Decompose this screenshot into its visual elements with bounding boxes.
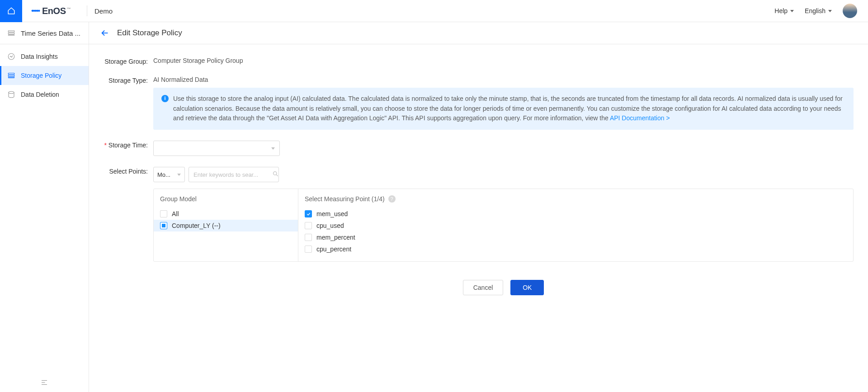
chevron-down-icon [177, 174, 181, 176]
value-storage-time [153, 141, 854, 156]
ok-button[interactable]: OK [510, 280, 544, 295]
search-icon [272, 170, 279, 179]
group-model-all[interactable]: All [160, 208, 292, 220]
group-model-item-label: Computer_LY (--) [172, 222, 221, 229]
api-doc-link[interactable]: API Documentation > [610, 114, 670, 122]
logo-text: EnOS™ [42, 6, 71, 16]
label-storage-time: *Storage Time: [104, 141, 153, 156]
info-text-wrap: Use this storage to store the analog inp… [173, 94, 845, 123]
checkbox-all[interactable] [160, 210, 167, 217]
panel-measuring-points: Select Measuring Point (1/4) ? mem_used [298, 189, 853, 261]
cancel-button[interactable]: Cancel [463, 280, 504, 295]
value-select-points: Mo... Group Model [153, 167, 854, 295]
sidebar-item-data-deletion[interactable]: Data Deletion [0, 85, 89, 104]
required-star: * [104, 142, 106, 149]
svg-point-11 [274, 172, 277, 175]
value-storage-group: Computer Storage Policy Group [153, 57, 854, 65]
action-buttons: Cancel OK [153, 280, 854, 295]
value-storage-type: AI Normalized Data i Use this storage to… [153, 76, 854, 130]
svg-rect-1 [8, 33, 14, 34]
measuring-point-row[interactable]: cpu_used [305, 220, 847, 231]
checkbox-mem-used[interactable] [305, 210, 312, 217]
measuring-point-row[interactable]: mem_percent [305, 231, 847, 243]
mp-label: mem_percent [316, 234, 355, 241]
chevron-down-icon [271, 147, 275, 150]
tenant-name: Demo [94, 7, 113, 15]
check-icon [306, 212, 311, 217]
svg-rect-2 [8, 35, 14, 36]
back-button[interactable] [100, 28, 110, 38]
header-right: Help English [774, 4, 857, 18]
svg-line-12 [276, 175, 278, 176]
search-input-wrap[interactable] [189, 167, 279, 182]
sidebar-collapse[interactable] [0, 373, 89, 392]
help-icon[interactable]: ? [388, 195, 396, 203]
measuring-point-row[interactable]: mem_used [305, 208, 847, 220]
lang-label: English [805, 7, 826, 14]
row-storage-type: Storage Type: AI Normalized Data i Use t… [104, 76, 854, 130]
home-icon [7, 7, 15, 15]
storage-type-value: AI Normalized Data [153, 76, 208, 83]
language-dropdown[interactable]: English [805, 7, 832, 14]
checkbox-mem-percent[interactable] [305, 234, 312, 241]
main-header: Edit Storage Policy [89, 22, 868, 44]
svg-rect-5 [8, 75, 14, 76]
sidebar: Time Series Data ... Data Insights Stora… [0, 22, 89, 392]
logo-dots-icon: ••••• [31, 7, 39, 15]
main: Edit Storage Policy Storage Group: Compu… [89, 22, 868, 392]
mp-label: mem_used [316, 210, 348, 217]
label-storage-group: Storage Group: [104, 57, 153, 65]
module-icon [7, 29, 15, 37]
panel-group-model: Group Model All Computer_LY (--) [154, 189, 298, 261]
group-model-heading: Group Model [160, 195, 292, 203]
sidebar-items: Data Insights Storage Policy Data Deleti… [0, 44, 89, 104]
sidebar-item-storage-policy[interactable]: Storage Policy [0, 66, 89, 85]
search-input[interactable] [193, 171, 269, 178]
measuring-point-row[interactable]: cpu_percent [305, 243, 847, 255]
checkbox-cpu-used[interactable] [305, 222, 312, 229]
row-select-points: Select Points: Mo... [104, 167, 854, 295]
points-panel: Group Model All Computer_LY (--) [153, 189, 854, 262]
sidebar-item-data-insights[interactable]: Data Insights [0, 47, 89, 66]
sidebar-title[interactable]: Time Series Data ... [0, 22, 89, 44]
label-storage-type: Storage Type: [104, 76, 153, 130]
info-box: i Use this storage to store the analog i… [153, 88, 854, 130]
info-icon: i [161, 95, 169, 102]
home-tile[interactable] [0, 0, 22, 22]
logo-area[interactable]: ••••• EnOS™ [22, 0, 80, 22]
chevron-down-icon [828, 10, 832, 12]
sidebar-item-label: Data Insights [21, 53, 58, 60]
divider [87, 5, 87, 16]
main-body: Storage Group: Computer Storage Policy G… [89, 44, 868, 392]
row-storage-group: Storage Group: Computer Storage Policy G… [104, 57, 854, 65]
storage-icon [7, 71, 15, 80]
measuring-point-heading-text: Select Measuring Point (1/4) [305, 195, 385, 203]
info-text: Use this storage to store the analog inp… [173, 95, 843, 122]
checkbox-computer-ly[interactable] [160, 222, 167, 229]
svg-rect-0 [8, 31, 14, 32]
label-select-points: Select Points: [104, 167, 153, 295]
chevron-down-icon [790, 10, 794, 12]
page-title: Edit Storage Policy [117, 28, 182, 38]
storage-time-select[interactable] [153, 141, 280, 156]
database-icon [7, 90, 15, 99]
points-filter-row: Mo... [153, 167, 854, 182]
mp-label: cpu_percent [316, 246, 351, 253]
sidebar-item-label: Storage Policy [21, 72, 61, 79]
filter-select[interactable]: Mo... [153, 167, 185, 182]
avatar[interactable] [843, 4, 857, 18]
checkbox-cpu-percent[interactable] [305, 246, 312, 253]
arrow-left-icon [100, 28, 110, 38]
measuring-point-heading: Select Measuring Point (1/4) ? [305, 195, 847, 203]
mp-label: cpu_used [316, 222, 344, 229]
collapse-icon [40, 378, 48, 387]
top-header: ••••• EnOS™ Demo Help English [0, 0, 868, 22]
help-label: Help [774, 7, 788, 14]
sidebar-title-text: Time Series Data ... [21, 29, 80, 37]
all-label: All [172, 210, 179, 217]
svg-rect-6 [8, 77, 14, 78]
group-model-item[interactable]: Computer_LY (--) [154, 220, 298, 231]
storage-time-label-text: Storage Time: [108, 142, 148, 149]
sidebar-item-label: Data Deletion [21, 91, 59, 98]
help-dropdown[interactable]: Help [774, 7, 794, 14]
